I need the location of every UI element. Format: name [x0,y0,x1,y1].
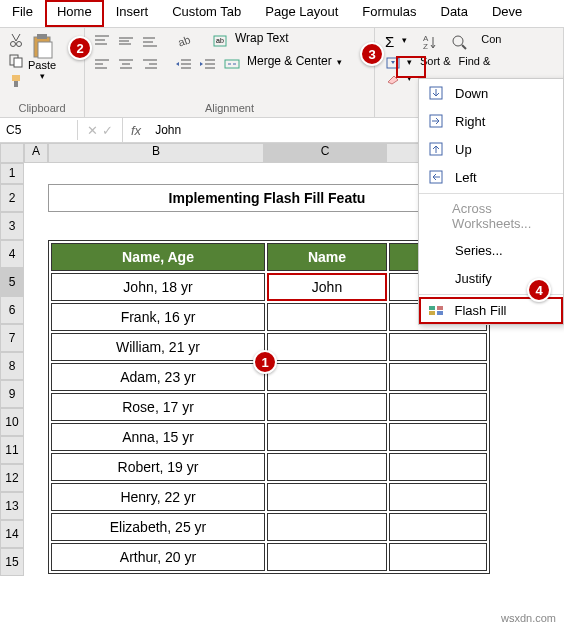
wrap-text-icon[interactable]: ab [209,31,231,51]
tab-developer[interactable]: Deve [480,0,534,27]
cell[interactable] [389,333,487,361]
cell[interactable]: Anna, 15 yr [51,423,265,451]
flash-fill-label: Flash Fill [455,303,507,318]
callout-1: 1 [253,350,277,374]
svg-point-39 [453,36,463,46]
row-header[interactable]: 6 [0,296,24,324]
name-box[interactable]: C5 [0,120,78,140]
cell[interactable] [389,423,487,451]
decrease-indent-icon[interactable] [173,54,195,74]
fill-series[interactable]: Series... [419,236,563,264]
increase-indent-icon[interactable] [197,54,219,74]
header-name-age[interactable]: Name, Age [51,243,265,271]
tab-file[interactable]: File [0,0,45,27]
align-left-icon[interactable] [91,54,113,74]
fill-across-worksheets: Across Worksheets... [419,196,563,236]
row-header[interactable]: 11 [0,436,24,464]
align-bottom-icon[interactable] [139,31,161,51]
cell[interactable] [389,453,487,481]
tab-custom[interactable]: Custom Tab [160,0,253,27]
cell[interactable]: Arthur, 20 yr [51,543,265,571]
merge-icon[interactable] [221,54,243,74]
cell[interactable]: William, 21 yr [51,333,265,361]
fill-right-label: Right [455,114,485,129]
cell[interactable] [389,363,487,391]
col-header-c[interactable]: C [264,143,386,163]
active-cell[interactable]: John [267,273,387,301]
alignment-group: ab ab Wrap Text Merge & Center ▾ Alignme… [85,28,375,117]
format-painter-icon[interactable] [6,71,26,91]
row-header[interactable]: 9 [0,380,24,408]
svg-rect-49 [437,311,443,315]
fx-button[interactable]: fx [123,123,149,138]
cell[interactable]: Robert, 19 yr [51,453,265,481]
cell[interactable] [389,513,487,541]
orientation-icon[interactable]: ab [173,31,195,51]
cell[interactable] [267,423,387,451]
merge-center-label[interactable]: Merge & Center [245,54,332,74]
col-header-a[interactable]: A [24,143,48,163]
svg-rect-7 [37,34,47,39]
con-button[interactable]: Con [475,31,503,55]
svg-rect-47 [429,311,435,315]
row-header[interactable]: 5 [0,268,24,296]
cell[interactable]: John, 18 yr [51,273,265,301]
svg-point-1 [17,42,22,47]
cell[interactable] [389,483,487,511]
flash-fill-icon [427,302,445,320]
row-header[interactable]: 7 [0,324,24,352]
header-name[interactable]: Name [267,243,387,271]
cell[interactable] [267,483,387,511]
align-right-icon[interactable] [139,54,161,74]
select-all-corner[interactable] [0,143,24,163]
fill-down[interactable]: Down [419,79,563,107]
row-header[interactable]: 3 [0,212,24,240]
chevron-down-icon: ▾ [334,54,345,74]
row-header[interactable]: 8 [0,352,24,380]
tab-data[interactable]: Data [429,0,480,27]
tab-formulas[interactable]: Formulas [350,0,428,27]
svg-rect-8 [38,42,52,58]
align-middle-icon[interactable] [115,31,137,51]
cut-icon[interactable] [6,31,26,51]
find-select-button[interactable] [447,31,473,55]
cell[interactable]: Adam, 23 yr [51,363,265,391]
wrap-text-label[interactable]: Wrap Text [233,31,289,51]
align-center-icon[interactable] [115,54,137,74]
fill-button-highlight [396,56,426,78]
col-header-b[interactable]: B [48,143,264,163]
cell[interactable]: Henry, 22 yr [51,483,265,511]
cell[interactable] [267,453,387,481]
tab-home[interactable]: Home [45,0,104,27]
row-header[interactable]: 13 [0,492,24,520]
cell[interactable] [267,393,387,421]
row-header[interactable]: 4 [0,240,24,268]
ribbon-tabs: File Home Insert Custom Tab Page Layout … [0,0,564,28]
tab-insert[interactable]: Insert [104,0,161,27]
cell[interactable] [389,393,487,421]
align-top-icon[interactable] [91,31,113,51]
cell[interactable] [389,543,487,571]
cell[interactable] [267,333,387,361]
row-header[interactable]: 1 [0,163,24,184]
sort-filter-button[interactable]: AZ [419,31,445,55]
tab-pagelayout[interactable]: Page Layout [253,0,350,27]
cell[interactable]: Rose, 17 yr [51,393,265,421]
cell[interactable] [267,303,387,331]
row-header[interactable]: 10 [0,408,24,436]
cell[interactable] [267,363,387,391]
fill-up[interactable]: Up [419,135,563,163]
paste-button[interactable]: Paste ▾ [26,31,58,83]
cell[interactable] [267,543,387,571]
cell[interactable]: Elizabeth, 25 yr [51,513,265,541]
callout-3: 3 [360,42,384,66]
fill-left[interactable]: Left [419,163,563,191]
row-header[interactable]: 12 [0,464,24,492]
row-header[interactable]: 15 [0,548,24,576]
fill-right[interactable]: Right [419,107,563,135]
row-header[interactable]: 2 [0,184,24,212]
cell[interactable] [267,513,387,541]
cell[interactable]: Frank, 16 yr [51,303,265,331]
copy-icon[interactable] [6,51,26,71]
row-header[interactable]: 14 [0,520,24,548]
